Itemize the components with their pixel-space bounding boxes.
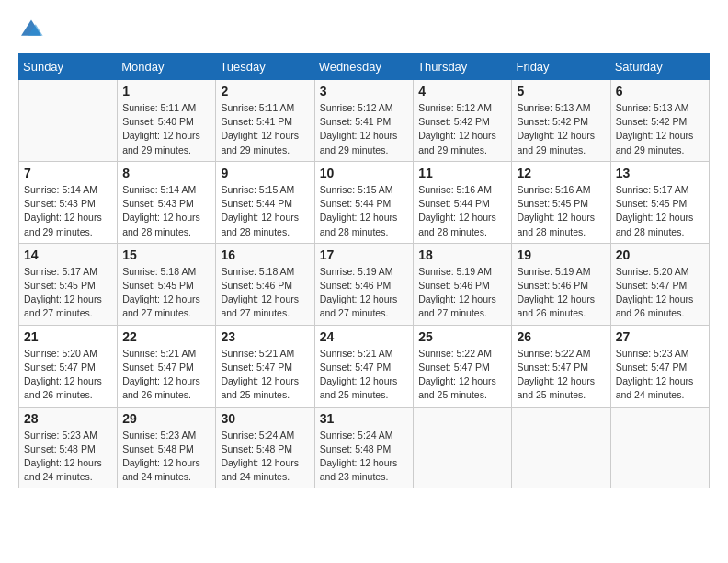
day-number: 5: [517, 84, 605, 98]
day-info: Sunrise: 5:17 AMSunset: 5:45 PMDaylight:…: [24, 265, 112, 321]
calendar-week-row: 14Sunrise: 5:17 AMSunset: 5:45 PMDayligh…: [19, 243, 710, 325]
day-number: 2: [221, 84, 309, 98]
day-info: Sunrise: 5:14 AMSunset: 5:43 PMDaylight:…: [122, 183, 210, 239]
day-info: Sunrise: 5:23 AMSunset: 5:48 PMDaylight:…: [122, 429, 210, 485]
day-number: 13: [616, 166, 704, 180]
calendar-cell: [414, 407, 512, 488]
calendar-cell: 11Sunrise: 5:16 AMSunset: 5:44 PMDayligh…: [414, 161, 512, 243]
day-info: Sunrise: 5:21 AMSunset: 5:47 PMDaylight:…: [320, 347, 409, 403]
calendar-cell: 18Sunrise: 5:19 AMSunset: 5:46 PMDayligh…: [414, 243, 512, 325]
calendar-cell: 31Sunrise: 5:24 AMSunset: 5:48 PMDayligh…: [314, 407, 414, 488]
calendar-cell: 26Sunrise: 5:22 AMSunset: 5:47 PMDayligh…: [512, 325, 610, 407]
calendar-cell: 2Sunrise: 5:11 AMSunset: 5:41 PMDaylight…: [216, 80, 314, 162]
day-number: 11: [418, 166, 506, 180]
day-number: 22: [122, 329, 210, 344]
day-info: Sunrise: 5:19 AMSunset: 5:46 PMDaylight:…: [517, 265, 605, 321]
day-number: 26: [517, 329, 605, 344]
col-header-friday: Friday: [512, 54, 610, 80]
day-info: Sunrise: 5:21 AMSunset: 5:47 PMDaylight:…: [122, 347, 210, 403]
calendar-cell: 25Sunrise: 5:22 AMSunset: 5:47 PMDayligh…: [414, 325, 512, 407]
day-number: 4: [418, 84, 506, 98]
calendar-cell: 17Sunrise: 5:19 AMSunset: 5:46 PMDayligh…: [314, 243, 414, 325]
day-info: Sunrise: 5:24 AMSunset: 5:48 PMDaylight:…: [221, 429, 309, 485]
day-number: 3: [320, 84, 409, 98]
calendar-cell: 27Sunrise: 5:23 AMSunset: 5:47 PMDayligh…: [610, 325, 709, 407]
day-number: 9: [221, 166, 309, 180]
calendar-cell: 1Sunrise: 5:11 AMSunset: 5:40 PMDaylight…: [118, 80, 216, 162]
day-number: 16: [221, 247, 309, 262]
col-header-tuesday: Tuesday: [216, 54, 314, 80]
calendar-cell: 29Sunrise: 5:23 AMSunset: 5:48 PMDayligh…: [118, 407, 216, 488]
day-number: 1: [122, 84, 210, 98]
col-header-thursday: Thursday: [414, 54, 512, 80]
day-number: 23: [221, 329, 309, 344]
day-number: 17: [320, 247, 409, 262]
calendar-cell: 3Sunrise: 5:12 AMSunset: 5:41 PMDaylight…: [314, 80, 414, 162]
day-number: 8: [122, 166, 210, 180]
day-info: Sunrise: 5:16 AMSunset: 5:45 PMDaylight:…: [517, 183, 605, 239]
col-header-saturday: Saturday: [610, 54, 709, 80]
day-info: Sunrise: 5:19 AMSunset: 5:46 PMDaylight:…: [418, 265, 506, 321]
calendar-cell: 5Sunrise: 5:13 AMSunset: 5:42 PMDaylight…: [512, 80, 610, 162]
page-header: [18, 18, 710, 39]
day-info: Sunrise: 5:15 AMSunset: 5:44 PMDaylight:…: [320, 183, 409, 239]
calendar-header-row: SundayMondayTuesdayWednesdayThursdayFrid…: [19, 54, 710, 80]
day-number: 29: [122, 411, 210, 426]
calendar-cell: 12Sunrise: 5:16 AMSunset: 5:45 PMDayligh…: [512, 161, 610, 243]
day-number: 25: [418, 329, 506, 344]
day-number: 12: [517, 166, 605, 180]
day-info: Sunrise: 5:16 AMSunset: 5:44 PMDaylight:…: [418, 183, 506, 239]
day-number: 10: [320, 166, 409, 180]
calendar-cell: 9Sunrise: 5:15 AMSunset: 5:44 PMDaylight…: [216, 161, 314, 243]
calendar-cell: 14Sunrise: 5:17 AMSunset: 5:45 PMDayligh…: [19, 243, 118, 325]
day-number: 7: [24, 166, 112, 180]
day-info: Sunrise: 5:21 AMSunset: 5:47 PMDaylight:…: [221, 347, 309, 403]
calendar-cell: 7Sunrise: 5:14 AMSunset: 5:43 PMDaylight…: [19, 161, 118, 243]
day-info: Sunrise: 5:12 AMSunset: 5:42 PMDaylight:…: [418, 101, 506, 157]
day-info: Sunrise: 5:17 AMSunset: 5:45 PMDaylight:…: [616, 183, 704, 239]
day-info: Sunrise: 5:20 AMSunset: 5:47 PMDaylight:…: [616, 265, 704, 321]
day-info: Sunrise: 5:13 AMSunset: 5:42 PMDaylight:…: [517, 101, 605, 157]
logo-icon: [18, 18, 44, 39]
day-info: Sunrise: 5:18 AMSunset: 5:45 PMDaylight:…: [122, 265, 210, 321]
day-info: Sunrise: 5:14 AMSunset: 5:43 PMDaylight:…: [24, 183, 112, 239]
calendar-cell: 15Sunrise: 5:18 AMSunset: 5:45 PMDayligh…: [118, 243, 216, 325]
day-info: Sunrise: 5:22 AMSunset: 5:47 PMDaylight:…: [517, 347, 605, 403]
calendar-cell: 19Sunrise: 5:19 AMSunset: 5:46 PMDayligh…: [512, 243, 610, 325]
day-number: 24: [320, 329, 409, 344]
calendar-cell: [19, 80, 118, 162]
day-info: Sunrise: 5:19 AMSunset: 5:46 PMDaylight:…: [320, 265, 409, 321]
day-info: Sunrise: 5:12 AMSunset: 5:41 PMDaylight:…: [320, 101, 409, 157]
day-number: 18: [418, 247, 506, 262]
calendar-cell: [512, 407, 610, 488]
col-header-sunday: Sunday: [19, 54, 118, 80]
calendar-week-row: 7Sunrise: 5:14 AMSunset: 5:43 PMDaylight…: [19, 161, 710, 243]
day-info: Sunrise: 5:13 AMSunset: 5:42 PMDaylight:…: [616, 101, 704, 157]
calendar-cell: 10Sunrise: 5:15 AMSunset: 5:44 PMDayligh…: [314, 161, 414, 243]
day-number: 14: [24, 247, 112, 262]
calendar-cell: [610, 407, 709, 488]
day-number: 31: [320, 411, 409, 426]
calendar-cell: 24Sunrise: 5:21 AMSunset: 5:47 PMDayligh…: [314, 325, 414, 407]
day-info: Sunrise: 5:23 AMSunset: 5:48 PMDaylight:…: [24, 429, 112, 485]
day-info: Sunrise: 5:11 AMSunset: 5:40 PMDaylight:…: [122, 101, 210, 157]
day-info: Sunrise: 5:18 AMSunset: 5:46 PMDaylight:…: [221, 265, 309, 321]
calendar-cell: 16Sunrise: 5:18 AMSunset: 5:46 PMDayligh…: [216, 243, 314, 325]
calendar-cell: 22Sunrise: 5:21 AMSunset: 5:47 PMDayligh…: [118, 325, 216, 407]
day-info: Sunrise: 5:24 AMSunset: 5:48 PMDaylight:…: [320, 429, 409, 485]
day-info: Sunrise: 5:20 AMSunset: 5:47 PMDaylight:…: [24, 347, 112, 403]
day-number: 27: [616, 329, 704, 344]
calendar-cell: 13Sunrise: 5:17 AMSunset: 5:45 PMDayligh…: [610, 161, 709, 243]
day-info: Sunrise: 5:23 AMSunset: 5:47 PMDaylight:…: [616, 347, 704, 403]
calendar-week-row: 1Sunrise: 5:11 AMSunset: 5:40 PMDaylight…: [19, 80, 710, 162]
day-number: 20: [616, 247, 704, 262]
calendar-cell: 20Sunrise: 5:20 AMSunset: 5:47 PMDayligh…: [610, 243, 709, 325]
calendar-cell: 4Sunrise: 5:12 AMSunset: 5:42 PMDaylight…: [414, 80, 512, 162]
logo: [18, 18, 48, 39]
calendar-cell: 30Sunrise: 5:24 AMSunset: 5:48 PMDayligh…: [216, 407, 314, 488]
day-info: Sunrise: 5:11 AMSunset: 5:41 PMDaylight:…: [221, 101, 309, 157]
col-header-monday: Monday: [118, 54, 216, 80]
day-number: 28: [24, 411, 112, 426]
calendar-cell: 23Sunrise: 5:21 AMSunset: 5:47 PMDayligh…: [216, 325, 314, 407]
calendar-cell: 6Sunrise: 5:13 AMSunset: 5:42 PMDaylight…: [610, 80, 709, 162]
